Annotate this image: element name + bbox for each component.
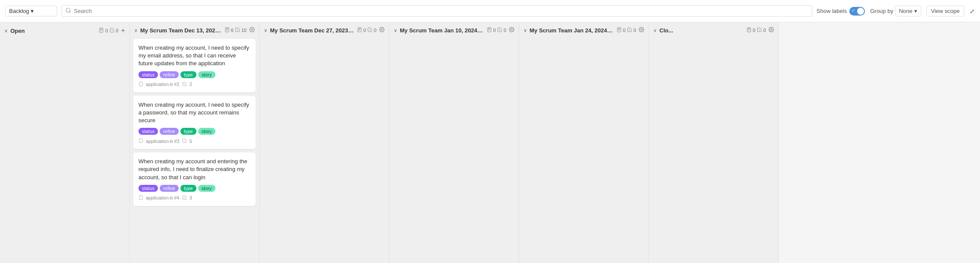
column-chevron-closed[interactable]: ∨: [653, 28, 657, 33]
card-title: When creating my account, I need to spec…: [138, 101, 251, 125]
task-icon: [235, 27, 240, 33]
card-app-ref: application-b #3: [146, 139, 180, 144]
label-status[interactable]: status: [138, 185, 158, 192]
label-story[interactable]: story: [198, 71, 215, 78]
column-cards-sprint-jan24: [519, 37, 649, 263]
card-task-count: 5: [190, 139, 192, 144]
table-row[interactable]: When creating my account, I need to spec…: [133, 39, 256, 92]
svg-point-33: [771, 29, 772, 30]
show-labels-toggle[interactable]: ✓: [849, 7, 865, 16]
svg-rect-13: [139, 196, 142, 200]
column-counts-sprint-jan10: 00: [487, 27, 506, 33]
svg-point-18: [381, 29, 382, 30]
column-counts-closed: 00: [746, 27, 766, 33]
task-icon: [497, 27, 502, 33]
group-by-chevron: ▾: [914, 8, 917, 14]
card-labels: statusrefinetypestory: [138, 185, 251, 192]
task-count: 0: [374, 28, 376, 33]
card-doc-icon: [138, 195, 143, 201]
task-count: 10: [241, 28, 247, 33]
toggle-check-icon: ✓: [851, 8, 855, 13]
column-title-sprint-dec13: My Scrum Team Dec 13, 2023 - ...: [140, 27, 222, 34]
group-by-label: Group by: [870, 8, 893, 14]
column-counts-sprint-jan24: 00: [617, 27, 636, 33]
column-counts-sprint-dec27: 00: [357, 27, 376, 33]
svg-point-28: [641, 29, 642, 30]
label-type[interactable]: type: [180, 71, 196, 78]
table-row[interactable]: When creating my account and entering th…: [133, 152, 256, 206]
column-header-sprint-dec13: ∨My Scrum Team Dec 13, 2023 - ...610: [130, 22, 259, 37]
task-count: 0: [116, 28, 119, 33]
expand-icon[interactable]: ⤢: [970, 8, 975, 15]
column-settings-icon[interactable]: [379, 27, 385, 34]
column-closed: ∨Clo...00: [649, 22, 779, 263]
label-type[interactable]: type: [180, 185, 196, 192]
task-count: 0: [763, 28, 766, 33]
doc-count: 0: [105, 28, 108, 33]
column-chevron-open[interactable]: ∨: [4, 28, 8, 34]
search-input[interactable]: [74, 8, 808, 14]
svg-line-1: [70, 12, 71, 13]
card-footer: application-b #2 2: [138, 82, 251, 87]
task-count: 0: [504, 28, 506, 33]
column-settings-icon[interactable]: [249, 27, 255, 34]
column-counts-sprint-dec13: 610: [225, 27, 247, 33]
column-settings-icon[interactable]: [768, 27, 774, 34]
group-by-control: Group by None ▾: [870, 6, 921, 16]
doc-count: 6: [231, 28, 234, 33]
doc-icon: [746, 27, 752, 33]
svg-rect-12: [139, 139, 142, 143]
label-refine[interactable]: refine: [160, 128, 179, 135]
card-app-ref: application-b #4: [146, 195, 180, 200]
card-task-count: 2: [190, 82, 192, 87]
label-status[interactable]: status: [138, 71, 158, 78]
column-title-sprint-jan10: My Scrum Team Jan 10, 2024 - J...: [400, 27, 484, 34]
column-title-open: Open: [10, 28, 96, 34]
backlog-dropdown[interactable]: Backlog ▾: [5, 6, 57, 16]
column-chevron-sprint-jan10[interactable]: ∨: [394, 28, 397, 33]
doc-count: 0: [363, 28, 366, 33]
column-counts-open: 00: [99, 28, 118, 34]
task-count: 0: [633, 28, 636, 33]
svg-rect-11: [139, 82, 142, 86]
add-card-button[interactable]: +: [121, 27, 125, 35]
task-icon: [627, 27, 632, 33]
view-scope-button[interactable]: View scope: [926, 6, 964, 16]
task-icon: [757, 27, 762, 33]
card-app-ref: application-b #2: [146, 82, 180, 87]
group-by-dropdown[interactable]: None ▾: [895, 6, 921, 16]
search-bar[interactable]: [61, 5, 812, 17]
svg-point-10: [251, 29, 253, 30]
backlog-chevron: ▾: [31, 8, 34, 14]
table-row[interactable]: When creating my account, I need to spec…: [133, 96, 256, 149]
column-header-sprint-dec27: ∨My Scrum Team Dec 27, 2023 - J...00: [260, 22, 389, 37]
column-sprint-dec13: ∨My Scrum Team Dec 13, 2023 - ...610When…: [130, 22, 260, 263]
doc-count: 0: [753, 28, 755, 33]
column-settings-icon[interactable]: [509, 27, 514, 34]
column-chevron-sprint-jan24[interactable]: ∨: [524, 28, 527, 33]
column-title-sprint-dec27: My Scrum Team Dec 27, 2023 - J...: [270, 27, 354, 34]
column-title-closed: Clo...: [659, 27, 744, 34]
label-story[interactable]: story: [198, 185, 215, 192]
card-labels: statusrefinetypestory: [138, 71, 251, 78]
label-refine[interactable]: refine: [160, 71, 179, 78]
label-story[interactable]: story: [198, 128, 215, 135]
doc-count: 0: [623, 28, 626, 33]
column-title-sprint-jan24: My Scrum Team Jan 24, 2024 - F...: [530, 27, 614, 34]
column-sprint-dec27: ∨My Scrum Team Dec 27, 2023 - J...00: [260, 22, 389, 263]
backlog-label: Backlog: [9, 8, 29, 14]
column-chevron-sprint-dec27[interactable]: ∨: [264, 28, 267, 33]
header-controls: Show labels ✓ Group by None ▾ View scope…: [816, 6, 975, 16]
card-task-count: 3: [190, 195, 192, 200]
label-type[interactable]: type: [180, 128, 196, 135]
column-cards-sprint-dec27: [260, 37, 389, 263]
label-status[interactable]: status: [138, 128, 158, 135]
column-chevron-sprint-dec13[interactable]: ∨: [134, 28, 138, 33]
doc-icon: [487, 27, 492, 33]
column-header-sprint-jan10: ∨My Scrum Team Jan 10, 2024 - J...00: [389, 22, 519, 37]
label-refine[interactable]: refine: [160, 185, 179, 192]
column-cards-closed: [649, 37, 778, 263]
column-settings-icon[interactable]: [639, 27, 644, 34]
group-by-value: None: [899, 8, 913, 14]
column-cards-sprint-jan10: [389, 37, 519, 263]
